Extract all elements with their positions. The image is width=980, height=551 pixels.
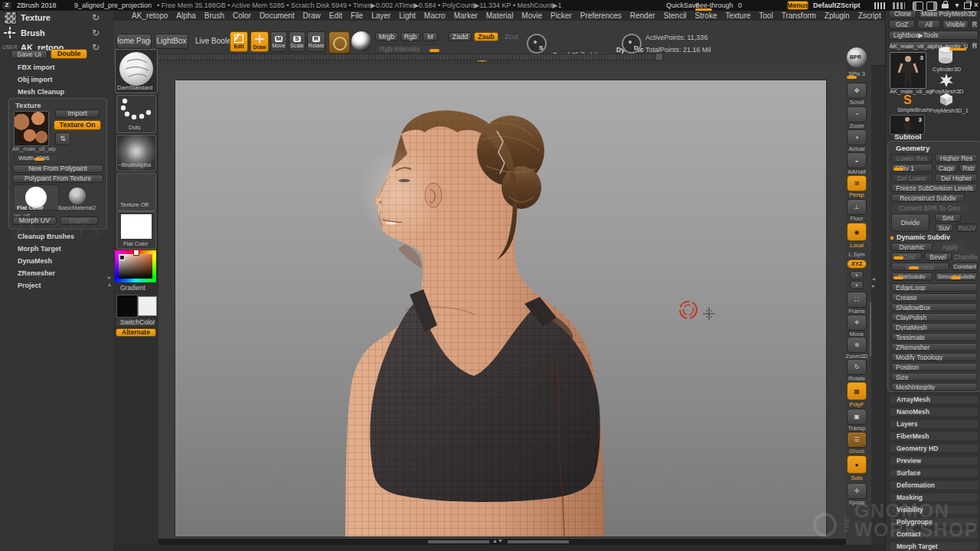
contact-section[interactable]: Contact [890,530,978,539]
modify-topology-button[interactable]: Modify Topology [891,353,978,361]
document-view[interactable] [175,80,827,537]
goz-button[interactable]: GoZ [889,20,915,29]
menu-light[interactable]: Light [399,11,416,20]
higher-res-button[interactable]: Higher Res [935,154,978,162]
menu-document[interactable]: Document [260,11,295,20]
mrgb-button[interactable]: Mrgb [375,32,398,41]
zadd-button[interactable]: Zadd [449,32,472,41]
size-button[interactable]: Size [891,373,978,381]
dynamesh-section-button[interactable]: DynaMesh [891,323,978,331]
meshintegrity-button[interactable]: MeshIntegrity [891,383,978,391]
main-color-swatch[interactable] [116,295,138,318]
canvas-scroll-arrows[interactable]: ▲▼ [492,538,503,543]
alternate-button[interactable]: Alternate [116,328,156,337]
xpose-icon[interactable]: ✢ [847,483,867,499]
menu-marker[interactable]: Marker [454,11,478,20]
menu-layer[interactable]: Layer [371,11,390,20]
solo-icon[interactable]: ● [847,455,867,474]
menu-zscript[interactable]: Zscript [858,11,881,20]
subtool-section-header[interactable]: Subtool [894,132,921,141]
zoom-tool-icon[interactable]: ◔ [847,106,867,122]
palette-dock-left-icon[interactable] [913,2,923,11]
rotate3d-icon[interactable]: ↻ [847,359,867,375]
sdiv-slider[interactable]: SDiv 1 [891,164,933,172]
dynamesh-button[interactable]: DynaMesh [14,256,100,266]
cage-button[interactable]: Cage [935,164,958,172]
edgeloop-button[interactable]: EdgeLoop [891,283,978,292]
menu-file[interactable]: File [351,11,363,20]
zcut-button[interactable]: Zcut [501,32,521,41]
mesh-cleanup-button[interactable]: Mesh Cleanup [14,87,98,96]
texture-width-slider[interactable]: Width 4096 [14,154,58,162]
texture-flip-button[interactable]: ⇅ [55,132,70,145]
texture-import-button[interactable]: Import [55,109,100,118]
canvas-scroll-handle-left[interactable] [428,540,489,543]
rstr-button[interactable]: Rstr [959,164,978,172]
menu-ak-retopo[interactable]: AK_retopo [132,11,168,20]
surface-section[interactable]: Surface [890,468,978,478]
bevel-button[interactable]: Bevel [924,253,952,261]
lightbox-button[interactable]: LightBox [155,34,188,49]
reconstruct-subdiv-button[interactable]: Reconstruct Subdiv [891,194,965,202]
see-through-handle[interactable] [695,8,712,11]
rgb-intensity-slider[interactable]: Rgb Intensity [375,44,443,54]
zsub-button[interactable]: Zsub [474,32,498,41]
rgb-button[interactable]: Rgb [400,32,420,41]
xyz-button[interactable]: XYZ [847,259,867,269]
draw-size-picker-icon[interactable]: D [622,34,642,54]
alpha-thumbnail[interactable]: ~BrushAlpha [116,135,156,171]
dynamic-button[interactable]: Dynamic [891,243,933,251]
canvas-scroll-handle-right[interactable] [508,540,569,543]
stroke-picker-icon[interactable]: S [527,34,547,54]
divide-button[interactable]: Divide [891,214,929,232]
menu-material[interactable]: Material [486,11,514,20]
restore-button[interactable] [964,2,971,9]
brush-thumbnail[interactable]: DamStandard [115,49,158,93]
fbx-import-button[interactable]: FBX import [14,63,98,72]
menus-button[interactable]: Menus [787,1,808,10]
switch-color-button[interactable]: SwitchColor [116,318,156,327]
ghost-icon[interactable]: ☰ [847,432,867,448]
fibermesh-section[interactable]: FiberMesh [890,432,978,441]
texture-palette-header[interactable]: Texture [21,13,51,22]
lsym-label[interactable]: L.Sym [844,251,870,258]
position-button[interactable]: Position [891,363,978,371]
menu-tool[interactable]: Tool [759,11,773,20]
menu-macro[interactable]: Macro [424,11,446,20]
minimize-button[interactable]: ▾ [953,1,961,9]
project-button[interactable]: Project [14,281,100,290]
polypaint-from-texture-button[interactable]: Polypaint From Texture [12,174,103,183]
morph-target-section[interactable]: Morph Target [890,542,978,551]
menu-alpha[interactable]: Alpha [176,11,196,20]
layers-section[interactable]: Layers [890,419,978,429]
transp-icon[interactable]: ▣ [847,409,867,425]
right-shelf-scrollbar[interactable] [870,302,871,356]
home-page-button[interactable]: Home Page [116,34,152,49]
scroll-tool-icon[interactable]: ✥ [847,83,867,99]
texture-palette-refresh-icon[interactable]: ↻ [92,13,100,22]
apply-button[interactable]: Apply [935,243,965,251]
basic-material2-sphere[interactable] [69,187,86,204]
menu-preferences[interactable]: Preferences [580,11,622,20]
spix-slider[interactable]: SPix 3 [844,70,870,80]
current-material-ball[interactable] [351,31,371,51]
dynamic-subdiv-header[interactable]: Dynamic Subdiv [897,233,950,241]
lightbox-tools-button[interactable]: Lightbox▶Tools [889,31,978,40]
pivot-icon[interactable]: ⌖ [850,271,864,279]
obj-import-button[interactable]: Obj import [14,75,98,84]
polygroups-section[interactable]: Polygroups [890,517,978,527]
chamfer-button[interactable]: Chamfer [954,253,978,261]
frame-icon[interactable]: ⛶ [847,292,867,308]
texture-thumbnail[interactable] [14,111,49,146]
color-picker-sv-box[interactable] [119,254,152,279]
left-tray-divider-arrow[interactable]: ▸▴ [108,274,111,288]
constant-button[interactable]: Constant [952,262,978,271]
goz-r-button[interactable]: R [971,20,978,29]
double-button[interactable]: Double [51,49,87,59]
qgrid-slider[interactable]: QGrid [891,253,922,261]
secondary-color-swatch[interactable] [138,296,157,316]
canvas-scrollbar[interactable]: ▲▼ [158,539,846,545]
zremesher-button[interactable]: ZRemesher [14,269,100,278]
menu-movie[interactable]: Movie [521,11,542,20]
menu-render[interactable]: Render [630,11,655,20]
